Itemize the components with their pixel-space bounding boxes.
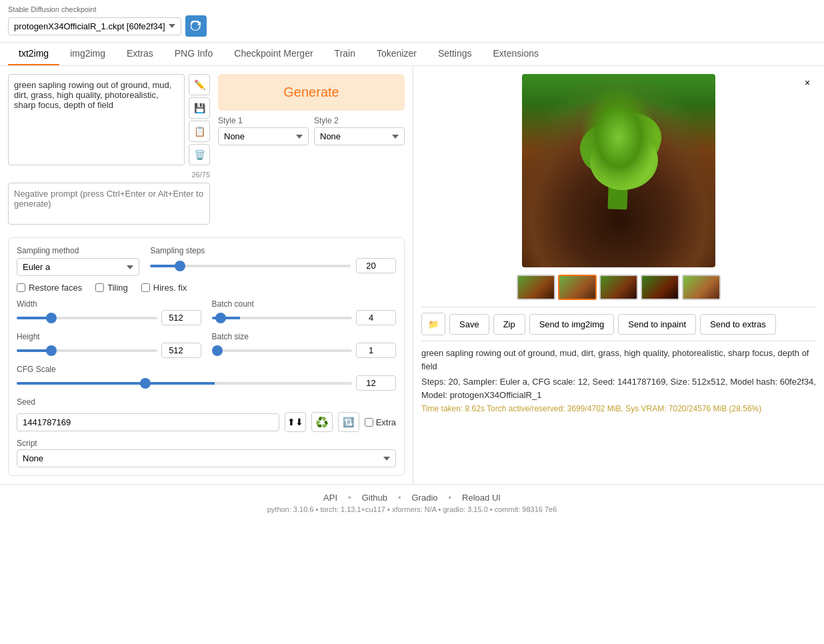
restore-faces-checkbox[interactable]: Restore faces xyxy=(17,283,82,293)
checkboxes-row: Restore faces Tiling Hires. fix xyxy=(17,283,396,293)
tab-settings[interactable]: Settings xyxy=(427,43,483,65)
save-button[interactable]: Save xyxy=(449,314,489,335)
tab-checkpoint-merger[interactable]: Checkpoint Merger xyxy=(223,43,323,65)
separator-3: • xyxy=(449,493,452,503)
footer-link-gradio[interactable]: Gradio xyxy=(412,493,438,503)
thumbnail-4[interactable] xyxy=(641,275,679,300)
seed-input[interactable] xyxy=(17,413,279,431)
seed-stepper-button[interactable]: ⬆⬇ xyxy=(285,412,306,432)
plant-leaf-left xyxy=(573,114,645,179)
thumbnail-2[interactable] xyxy=(558,275,597,300)
thumbnail-row xyxy=(421,275,816,300)
seed-row: ⬆⬇ ♻️ 🔃 Extra xyxy=(17,412,396,432)
footer-links: API • Github • Gradio • Reload UI xyxy=(8,493,816,503)
tab-img2img[interactable]: img2img xyxy=(59,43,116,65)
thumbnail-5[interactable] xyxy=(682,275,721,300)
left-panel: green sapling rowing out of ground, mud,… xyxy=(0,66,413,484)
seed-label: Seed xyxy=(17,397,396,407)
batch-size-slider[interactable] xyxy=(212,349,353,352)
tab-png-info[interactable]: PNG Info xyxy=(164,43,224,65)
sampling-method-select[interactable]: Euler a xyxy=(17,258,139,276)
seed-reuse-button[interactable]: 🔃 xyxy=(338,412,359,432)
output-perf-text: Time taken: 8.62s Torch active/reserved:… xyxy=(421,404,816,413)
footer-link-github[interactable]: Github xyxy=(362,493,387,503)
style2-select[interactable]: None xyxy=(314,127,405,145)
sampling-method-group: Sampling method Euler a xyxy=(17,246,139,276)
positive-prompt-input[interactable]: green sapling rowing out of ground, mud,… xyxy=(8,74,185,165)
footer-meta: python: 3.10.6 • torch: 1.13.1+cu117 • x… xyxy=(8,505,816,513)
generate-column: Generate Style 1 None Style 2 None xyxy=(218,74,405,232)
style1-select[interactable]: None xyxy=(218,127,309,145)
sampling-steps-input[interactable] xyxy=(356,258,396,273)
style2-group: Style 2 None xyxy=(314,116,405,145)
refresh-button[interactable] xyxy=(185,15,207,37)
cfg-slider[interactable] xyxy=(17,382,352,385)
edit-prompt-button[interactable]: ✏️ xyxy=(189,74,210,95)
width-group: Width xyxy=(17,299,201,325)
extra-checkbox[interactable]: Extra xyxy=(365,417,396,427)
restore-faces-input[interactable] xyxy=(17,283,25,292)
seed-recycle-button[interactable]: ♻️ xyxy=(311,412,333,432)
tab-tokenizer[interactable]: Tokenizer xyxy=(366,43,427,65)
separator-1: • xyxy=(348,493,351,503)
batch-count-group: Batch count xyxy=(212,299,397,325)
batch-count-slider[interactable] xyxy=(212,317,353,319)
checkpoint-dropdown[interactable]: protogenX34OfficialR_1.ckpt [60fe2f34] xyxy=(8,17,181,35)
negative-prompt-area xyxy=(8,183,210,227)
close-image-button[interactable]: × xyxy=(800,75,815,90)
height-slider-row xyxy=(17,343,201,358)
prompts-column: green sapling rowing out of ground, mud,… xyxy=(8,74,210,232)
zip-button[interactable]: Zip xyxy=(493,314,525,335)
styles-row: Style 1 None Style 2 None xyxy=(218,116,405,145)
extra-input[interactable] xyxy=(365,418,373,427)
generated-image[interactable] xyxy=(522,74,715,267)
generate-button[interactable]: Generate xyxy=(218,74,405,111)
top-bar: Stable Diffusion checkpoint protogenX34O… xyxy=(0,0,824,43)
delete-prompt-button[interactable]: 🗑️ xyxy=(189,144,210,165)
batch-size-input[interactable] xyxy=(356,343,396,358)
width-slider[interactable] xyxy=(17,317,157,319)
open-folder-button[interactable]: 📁 xyxy=(421,313,445,335)
height-input[interactable] xyxy=(161,343,201,358)
tab-txt2img[interactable]: txt2img xyxy=(8,43,59,65)
hires-fix-input[interactable] xyxy=(141,283,150,292)
batch-count-input[interactable] xyxy=(356,310,396,325)
width-input[interactable] xyxy=(161,310,201,325)
cfg-input[interactable] xyxy=(356,375,396,391)
negative-prompt-input[interactable] xyxy=(8,183,210,225)
save-prompt-button[interactable]: 💾 xyxy=(189,97,210,119)
output-info: green sapling rowing out of ground, mud,… xyxy=(421,347,816,413)
footer-link-reload[interactable]: Reload UI xyxy=(462,493,501,503)
sampling-method-label: Sampling method xyxy=(17,246,139,255)
image-display-area: × xyxy=(421,74,816,273)
load-prompt-button[interactable]: 📋 xyxy=(189,121,210,142)
thumbnail-3[interactable] xyxy=(599,275,638,300)
send-inpaint-button[interactable]: Send to inpaint xyxy=(618,314,696,335)
width-label: Width xyxy=(17,299,201,309)
top-area: green sapling rowing out of ground, mud,… xyxy=(8,74,405,232)
tab-train[interactable]: Train xyxy=(324,43,366,65)
sampling-steps-slider[interactable] xyxy=(150,265,351,267)
tab-extensions[interactable]: Extensions xyxy=(483,43,549,65)
tab-extras[interactable]: Extras xyxy=(116,43,164,65)
footer: API • Github • Gradio • Reload UI python… xyxy=(0,484,824,521)
extra-label: Extra xyxy=(376,417,396,427)
dims-row-1: Width Batch count xyxy=(17,299,396,325)
send-extras-button[interactable]: Send to extras xyxy=(700,314,776,335)
thumbnail-1[interactable] xyxy=(517,275,555,300)
output-info-details: Steps: 20, Sampler: Euler a, CFG scale: … xyxy=(421,375,816,401)
sampling-section: Sampling method Euler a Sampling steps xyxy=(8,237,405,476)
style2-label: Style 2 xyxy=(314,116,405,125)
hires-fix-checkbox[interactable]: Hires. fix xyxy=(141,283,187,293)
script-select[interactable]: None xyxy=(17,449,396,467)
height-slider[interactable] xyxy=(17,349,157,352)
tiling-label: Tiling xyxy=(107,283,128,293)
send-img2img-button[interactable]: Send to img2img xyxy=(529,314,615,335)
tiling-input[interactable] xyxy=(95,283,104,292)
tabs-bar: txt2img img2img Extras PNG Info Checkpoi… xyxy=(0,43,824,66)
method-steps-row: Sampling method Euler a Sampling steps xyxy=(17,246,396,276)
tiling-checkbox[interactable]: Tiling xyxy=(95,283,128,293)
output-info-text: green sapling rowing out of ground, mud,… xyxy=(421,347,816,373)
footer-link-api[interactable]: API xyxy=(323,493,337,503)
cfg-slider-row xyxy=(17,375,396,391)
